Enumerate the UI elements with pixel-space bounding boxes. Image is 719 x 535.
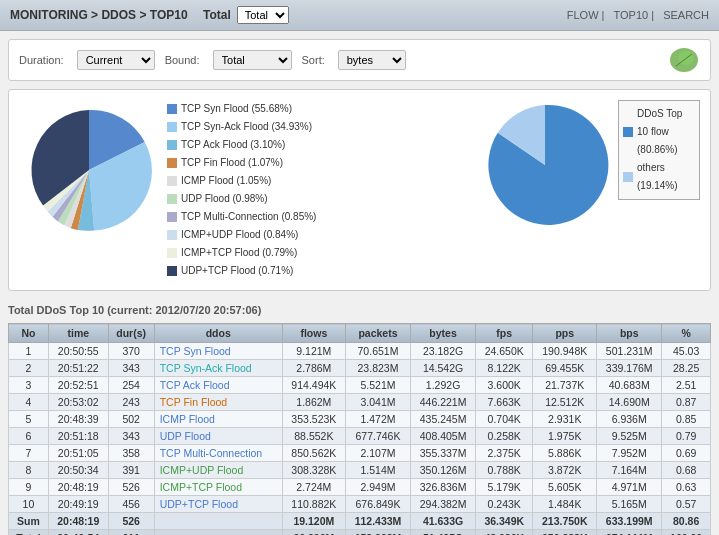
cell-fps: 24.650K bbox=[476, 343, 533, 360]
col-packets: packets bbox=[345, 324, 410, 343]
cell-flows: 2.724M bbox=[282, 479, 345, 496]
cell-packets: 2.949M bbox=[345, 479, 410, 496]
cell-bps: 339.176M bbox=[597, 360, 662, 377]
table-row: 7 20:51:05 358 TCP Multi-Connection 850.… bbox=[9, 445, 711, 462]
pie1-svg bbox=[19, 100, 159, 240]
table-row: Sum 20:48:19 526 19.120M 112.433M 41.633… bbox=[9, 513, 711, 530]
cell-ddos[interactable]: TCP Multi-Connection bbox=[154, 445, 282, 462]
duration-select[interactable]: Current Last 5min Last 1hr bbox=[77, 50, 155, 70]
ddos-link[interactable]: TCP Ack Flood bbox=[160, 379, 230, 391]
ddos-link[interactable]: UDP Flood bbox=[160, 430, 211, 442]
pie1-container: TCP Syn Flood (55.68%) TCP Syn-Ack Flood… bbox=[19, 100, 470, 280]
ddos-link[interactable]: ICMP+UDP Flood bbox=[160, 464, 244, 476]
ddos-link[interactable]: TCP Fin Flood bbox=[160, 396, 228, 408]
cell-no: 3 bbox=[9, 377, 49, 394]
cell-bytes: 408.405M bbox=[411, 428, 476, 445]
cell-fps: 5.179K bbox=[476, 479, 533, 496]
cell-bps: 14.690M bbox=[597, 394, 662, 411]
cell-pct: 0.69 bbox=[662, 445, 711, 462]
cell-no: Total bbox=[9, 530, 49, 536]
cell-packets: 677.746K bbox=[345, 428, 410, 445]
ddos-link[interactable]: TCP Syn Flood bbox=[160, 345, 231, 357]
data-table: No time dur(s) ddos flows packets bytes … bbox=[8, 323, 711, 535]
cell-fps: 0.704K bbox=[476, 411, 533, 428]
cell-bps: 501.231M bbox=[597, 343, 662, 360]
pie2-legend: DDoS Top 10 flow (80.86%) others (19.14%… bbox=[618, 100, 700, 200]
cell-flows: 2.786M bbox=[282, 360, 345, 377]
col-ddos: ddos bbox=[154, 324, 282, 343]
cell-time: 20:50:34 bbox=[48, 462, 108, 479]
header-text: MONITORING > DDOS > TOP10 bbox=[10, 8, 188, 22]
cell-bytes: 14.542G bbox=[411, 360, 476, 377]
timestamp-bar: Total DDoS Top 10 (current: 2012/07/20 2… bbox=[8, 301, 711, 319]
col-fps: fps bbox=[476, 324, 533, 343]
cell-no: 5 bbox=[9, 411, 49, 428]
cell-time: 20:53:02 bbox=[48, 394, 108, 411]
cell-flows: 914.494K bbox=[282, 377, 345, 394]
cell-flows: 308.328K bbox=[282, 462, 345, 479]
main-content: Duration: Current Last 5min Last 1hr Bou… bbox=[0, 31, 719, 535]
title-dropdown[interactable]: Total bbox=[237, 6, 289, 24]
cell-dur: 611 bbox=[108, 530, 154, 536]
cell-flows: 353.523K bbox=[282, 411, 345, 428]
cell-pps: 12.512K bbox=[533, 394, 597, 411]
search-link[interactable]: SEARCH bbox=[663, 9, 709, 21]
bound-label: Bound: bbox=[165, 54, 200, 66]
cell-ddos[interactable]: UDP+TCP Flood bbox=[154, 496, 282, 513]
cell-ddos[interactable]: TCP Fin Flood bbox=[154, 394, 282, 411]
cell-ddos[interactable]: TCP Syn-Ack Flood bbox=[154, 360, 282, 377]
ddos-link[interactable]: ICMP+TCP Flood bbox=[160, 481, 242, 493]
cell-time: 20:46:54 bbox=[48, 530, 108, 536]
sort-select[interactable]: bytes flows packets fps pps bps bbox=[338, 50, 406, 70]
col-flows: flows bbox=[282, 324, 345, 343]
cell-time: 20:49:19 bbox=[48, 496, 108, 513]
cell-pps: 1.975K bbox=[533, 428, 597, 445]
flow-link[interactable]: FLOW bbox=[567, 9, 599, 21]
header-links: FLOW | TOP10 | SEARCH bbox=[561, 9, 709, 21]
table-header-row: No time dur(s) ddos flows packets bytes … bbox=[9, 324, 711, 343]
table-row: 2 20:51:22 343 TCP Syn-Ack Flood 2.786M … bbox=[9, 360, 711, 377]
cell-bps: 7.952M bbox=[597, 445, 662, 462]
top10-link[interactable]: TOP10 bbox=[614, 9, 649, 21]
cell-pps: 69.455K bbox=[533, 360, 597, 377]
cell-time: 20:48:19 bbox=[48, 479, 108, 496]
col-pps: pps bbox=[533, 324, 597, 343]
pie2-svg bbox=[480, 100, 610, 230]
cell-pps: 3.872K bbox=[533, 462, 597, 479]
cell-packets: 70.651M bbox=[345, 343, 410, 360]
bound-select[interactable]: Total Inbound Outbound bbox=[213, 50, 292, 70]
cell-ddos[interactable]: ICMP+UDP Flood bbox=[154, 462, 282, 479]
cell-pct: 0.63 bbox=[662, 479, 711, 496]
table-row: 5 20:48:39 502 ICMP Flood 353.523K 1.472… bbox=[9, 411, 711, 428]
cell-dur: 243 bbox=[108, 394, 154, 411]
cell-packets: 5.521M bbox=[345, 377, 410, 394]
cell-pps: 5.605K bbox=[533, 479, 597, 496]
cell-packets: 112.433M bbox=[345, 513, 410, 530]
ddos-link[interactable]: TCP Multi-Connection bbox=[160, 447, 263, 459]
header-title: MONITORING > DDOS > TOP10 Total Total bbox=[10, 6, 289, 24]
cell-ddos[interactable]: TCP Syn Flood bbox=[154, 343, 282, 360]
cell-bps: 6.936M bbox=[597, 411, 662, 428]
cell-flows: 19.120M bbox=[282, 513, 345, 530]
cell-dur: 254 bbox=[108, 377, 154, 394]
table-row: Total 20:46:54 611 26.296M 153.293M 51.4… bbox=[9, 530, 711, 536]
pie2-container: DDoS Top 10 flow (80.86%) others (19.14%… bbox=[480, 100, 700, 280]
cell-fps: 2.375K bbox=[476, 445, 533, 462]
cell-ddos[interactable]: ICMP Flood bbox=[154, 411, 282, 428]
cell-flows: 850.562K bbox=[282, 445, 345, 462]
ddos-link[interactable]: UDP+TCP Flood bbox=[160, 498, 238, 510]
ddos-link[interactable]: TCP Syn-Ack Flood bbox=[160, 362, 252, 374]
cell-ddos[interactable]: UDP Flood bbox=[154, 428, 282, 445]
pie1-legend: TCP Syn Flood (55.68%) TCP Syn-Ack Flood… bbox=[167, 100, 316, 280]
ddos-link[interactable]: ICMP Flood bbox=[160, 413, 215, 425]
cell-packets: 1.514M bbox=[345, 462, 410, 479]
cell-pct: 0.87 bbox=[662, 394, 711, 411]
table-row: 10 20:49:19 456 UDP+TCP Flood 110.882K 6… bbox=[9, 496, 711, 513]
header-subtitle: Total bbox=[203, 8, 231, 22]
cell-no: 9 bbox=[9, 479, 49, 496]
table-row: 3 20:52:51 254 TCP Ack Flood 914.494K 5.… bbox=[9, 377, 711, 394]
cell-flows: 1.862M bbox=[282, 394, 345, 411]
cell-ddos[interactable]: ICMP+TCP Flood bbox=[154, 479, 282, 496]
cell-ddos[interactable]: TCP Ack Flood bbox=[154, 377, 282, 394]
cell-bytes: 326.836M bbox=[411, 479, 476, 496]
